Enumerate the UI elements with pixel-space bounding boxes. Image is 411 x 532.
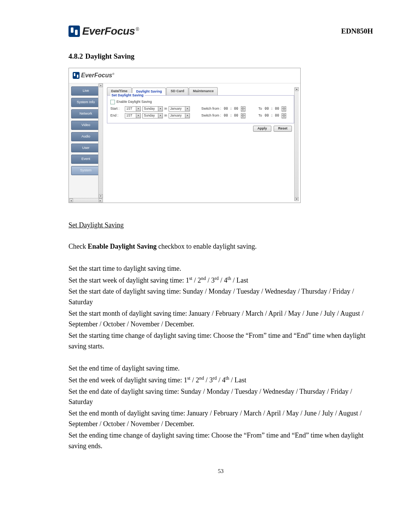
end-line-3: Set the end date of daylight saving time…: [68, 387, 373, 408]
nav-event[interactable]: Event: [71, 155, 100, 164]
nav-panel: Live System Info Network Video Audio Use…: [69, 83, 103, 203]
scroll-up-icon[interactable]: ▴: [295, 87, 299, 91]
nav-live[interactable]: Live: [71, 86, 100, 96]
start-label: Start :: [110, 106, 123, 112]
nav-hscroll[interactable]: ◂ ▸: [69, 198, 103, 203]
scroll-up-icon[interactable]: ▴: [99, 83, 103, 87]
end-month-select[interactable]: January▾: [169, 113, 190, 118]
end-line-1: Set the end time of daylight saving time…: [68, 363, 373, 374]
scroll-down-icon[interactable]: ▾: [99, 194, 103, 198]
logo-icon: [68, 26, 80, 37]
chevron-down-icon: ▾: [136, 113, 140, 118]
start-from-stepper[interactable]: ▴▾: [241, 106, 245, 112]
nav-system[interactable]: System: [71, 166, 100, 175]
chevron-down-icon: ▾: [158, 107, 162, 111]
enable-label: Enable Daylight Saving: [116, 99, 152, 105]
start-to-time: 00 : 00: [264, 106, 279, 112]
nav-system-info[interactable]: System Info: [71, 98, 100, 107]
start-to-label: To: [258, 106, 262, 112]
fieldset-legend: Set Daylight Saving: [110, 93, 145, 98]
brand-logo: EverFocus®: [68, 23, 139, 39]
start-day-select[interactable]: Sunday▾: [142, 106, 163, 112]
nav-vscroll[interactable]: ▴ ▾: [98, 83, 103, 198]
chevron-down-icon: ▾: [158, 113, 162, 118]
chevron-down-icon: ▾: [185, 113, 190, 118]
end-to-stepper[interactable]: ▴▾: [282, 113, 286, 118]
ui-screenshot: EverFocus® Live System Info Network Vide…: [68, 68, 301, 203]
ui-logo-text: EverFocus®: [81, 71, 115, 80]
enable-checkbox[interactable]: [110, 100, 115, 104]
end-switch-label: Switch from :: [201, 113, 221, 118]
end-line-5: Set the ending time change of daylight s…: [68, 430, 373, 452]
subheader: Set Daylight Saving: [68, 220, 124, 231]
start-line-5: Set the starting time change of daylight…: [68, 331, 373, 352]
chevron-down-icon: ▾: [136, 107, 140, 111]
nav-audio[interactable]: Audio: [71, 132, 100, 141]
start-switch-label: Switch from :: [201, 106, 221, 112]
body-text: Set Daylight Saving Check Enable Dayligh…: [68, 220, 373, 452]
ui-topbar: EverFocus®: [69, 68, 300, 83]
button-row: Apply Reset: [107, 126, 294, 132]
start-line-3: Set the start date of daylight saving ti…: [68, 286, 373, 308]
start-row: Start : 1ST▾ Sunday▾ in January▾ Switch …: [110, 106, 291, 112]
start-week-select[interactable]: 1ST▾: [125, 106, 141, 112]
start-line-2: Set the start week of daylight saving ti…: [68, 275, 373, 286]
section-title: 4.8.2Daylight Saving: [68, 51, 373, 62]
ui-logo-icon: [73, 72, 80, 79]
page-number: 53: [68, 467, 373, 476]
end-from-time: 00 : 00: [224, 113, 238, 118]
scroll-left-icon[interactable]: ◂: [69, 198, 73, 202]
nav-user[interactable]: User: [71, 144, 100, 153]
tab-maintenance[interactable]: Maintenance: [189, 87, 218, 95]
start-to-stepper[interactable]: ▴▾: [282, 106, 286, 112]
start-line-1: Set the start time to daylight saving ti…: [68, 264, 373, 274]
start-line-4: Set the start month of daylight saving t…: [68, 308, 373, 330]
end-row: End : 1ST▾ Sunday▾ in January▾ Switch fr…: [110, 113, 291, 118]
end-label: End :: [110, 113, 123, 118]
daylight-fieldset: Set Daylight Saving Enable Daylight Savi…: [107, 95, 294, 123]
nav-video[interactable]: Video: [71, 121, 100, 130]
end-from-stepper[interactable]: ▴▾: [241, 113, 245, 118]
nav-network[interactable]: Network: [71, 109, 100, 118]
check-line: Check Enable Daylight Saving checkbox to…: [68, 241, 373, 252]
chevron-down-icon: ▾: [185, 107, 190, 111]
main-panel: Date/Time Daylight Saving SD Card Mainte…: [103, 83, 300, 203]
end-to-time: 00 : 00: [264, 113, 279, 118]
end-week-select[interactable]: 1ST▾: [125, 113, 141, 118]
start-in: in: [164, 106, 167, 112]
tab-sd-card[interactable]: SD Card: [166, 87, 188, 95]
end-in: in: [164, 113, 167, 118]
start-month-select[interactable]: January▾: [169, 106, 190, 112]
apply-button[interactable]: Apply: [253, 126, 271, 132]
reset-button[interactable]: Reset: [274, 126, 292, 132]
main-vscroll[interactable]: ▴ ▾: [294, 87, 299, 201]
end-day-select[interactable]: Sunday▾: [142, 113, 163, 118]
enable-row: Enable Daylight Saving: [110, 99, 291, 105]
scroll-right-icon[interactable]: ▸: [99, 198, 102, 202]
scroll-down-icon[interactable]: ▾: [295, 197, 299, 201]
end-to-label: To: [258, 113, 262, 118]
model-id: EDN850H: [341, 26, 373, 37]
page-header: EverFocus® EDN850H: [68, 23, 373, 39]
brand-text: EverFocus®: [82, 23, 139, 39]
end-line-2: Set the end week of daylight saving time…: [68, 375, 373, 386]
start-from-time: 00 : 00: [224, 106, 238, 112]
end-line-4: Set the end month of daylight saving tim…: [68, 408, 373, 430]
